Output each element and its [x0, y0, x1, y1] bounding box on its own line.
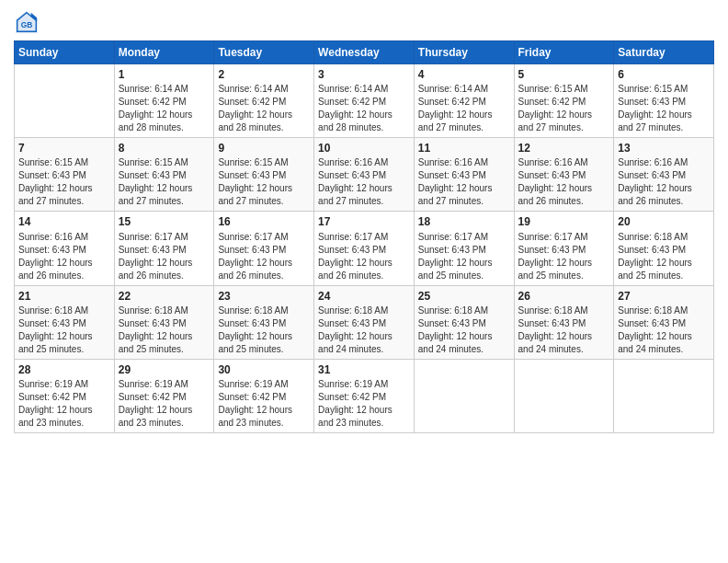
day-number: 23 — [218, 289, 310, 304]
week-row-1: 7Sunrise: 6:15 AM Sunset: 6:43 PM Daylig… — [15, 138, 714, 212]
day-number: 1 — [119, 67, 210, 82]
calendar-cell: 8Sunrise: 6:15 AM Sunset: 6:43 PM Daylig… — [114, 138, 214, 212]
day-info: Sunrise: 6:16 AM Sunset: 6:43 PM Dayligh… — [18, 231, 110, 282]
calendar-cell: 3Sunrise: 6:14 AM Sunset: 6:42 PM Daylig… — [314, 64, 415, 138]
day-number: 14 — [18, 214, 110, 229]
calendar-cell: 10Sunrise: 6:16 AM Sunset: 6:43 PM Dayli… — [314, 138, 415, 212]
header-cell-thursday: Thursday — [414, 41, 514, 64]
day-info: Sunrise: 6:16 AM Sunset: 6:43 PM Dayligh… — [618, 156, 710, 208]
calendar-cell: 24Sunrise: 6:18 AM Sunset: 6:43 PM Dayli… — [314, 285, 415, 359]
calendar-table: SundayMondayTuesdayWednesdayThursdayFrid… — [14, 40, 714, 433]
header-cell-friday: Friday — [514, 41, 614, 64]
week-row-3: 21Sunrise: 6:18 AM Sunset: 6:43 PM Dayli… — [15, 285, 714, 359]
day-info: Sunrise: 6:16 AM Sunset: 6:43 PM Dayligh… — [418, 156, 510, 208]
week-row-4: 28Sunrise: 6:19 AM Sunset: 6:42 PM Dayli… — [15, 359, 714, 432]
day-number: 25 — [418, 289, 510, 304]
day-number: 24 — [318, 289, 410, 304]
calendar-cell: 28Sunrise: 6:19 AM Sunset: 6:42 PM Dayli… — [15, 359, 115, 432]
day-number: 30 — [218, 362, 310, 377]
header-row: SundayMondayTuesdayWednesdayThursdayFrid… — [15, 41, 714, 64]
day-number: 15 — [119, 214, 210, 229]
calendar-cell: 21Sunrise: 6:18 AM Sunset: 6:43 PM Dayli… — [15, 285, 115, 359]
day-number: 26 — [518, 289, 610, 304]
calendar-cell: 6Sunrise: 6:15 AM Sunset: 6:43 PM Daylig… — [614, 64, 714, 138]
calendar-cell: 14Sunrise: 6:16 AM Sunset: 6:43 PM Dayli… — [15, 212, 115, 285]
day-info: Sunrise: 6:14 AM Sunset: 6:42 PM Dayligh… — [119, 83, 210, 134]
day-number: 11 — [418, 141, 510, 155]
calendar-cell: 4Sunrise: 6:14 AM Sunset: 6:42 PM Daylig… — [414, 64, 514, 138]
week-row-0: 1Sunrise: 6:14 AM Sunset: 6:42 PM Daylig… — [15, 64, 714, 138]
calendar-cell: 26Sunrise: 6:18 AM Sunset: 6:43 PM Dayli… — [514, 285, 614, 359]
day-info: Sunrise: 6:15 AM Sunset: 6:43 PM Dayligh… — [18, 156, 110, 208]
day-number: 18 — [418, 214, 510, 229]
calendar-cell: 30Sunrise: 6:19 AM Sunset: 6:42 PM Dayli… — [214, 359, 314, 432]
calendar-cell: 9Sunrise: 6:15 AM Sunset: 6:43 PM Daylig… — [214, 138, 314, 212]
calendar-cell: 17Sunrise: 6:17 AM Sunset: 6:43 PM Dayli… — [314, 212, 415, 285]
day-number: 28 — [18, 362, 110, 377]
day-number: 8 — [119, 141, 210, 155]
day-info: Sunrise: 6:18 AM Sunset: 6:43 PM Dayligh… — [218, 304, 310, 356]
page: GB SundayMondayTuesdayWednesdayThursdayF… — [0, 0, 728, 563]
calendar-cell — [614, 359, 714, 432]
day-info: Sunrise: 6:14 AM Sunset: 6:42 PM Dayligh… — [318, 83, 410, 134]
logo-icon: GB — [14, 9, 40, 35]
calendar-cell: 29Sunrise: 6:19 AM Sunset: 6:42 PM Dayli… — [114, 359, 214, 432]
day-info: Sunrise: 6:17 AM Sunset: 6:43 PM Dayligh… — [518, 231, 610, 282]
day-number: 6 — [618, 67, 710, 82]
calendar-cell: 20Sunrise: 6:18 AM Sunset: 6:43 PM Dayli… — [614, 212, 714, 285]
header-cell-sunday: Sunday — [15, 41, 115, 64]
day-info: Sunrise: 6:18 AM Sunset: 6:43 PM Dayligh… — [119, 304, 210, 356]
day-info: Sunrise: 6:15 AM Sunset: 6:43 PM Dayligh… — [119, 156, 210, 208]
day-number: 21 — [18, 289, 110, 304]
day-number: 5 — [518, 67, 610, 82]
day-number: 22 — [119, 289, 210, 304]
day-info: Sunrise: 6:18 AM Sunset: 6:43 PM Dayligh… — [18, 304, 110, 356]
day-number: 4 — [418, 67, 510, 82]
calendar-cell: 18Sunrise: 6:17 AM Sunset: 6:43 PM Dayli… — [414, 212, 514, 285]
week-row-2: 14Sunrise: 6:16 AM Sunset: 6:43 PM Dayli… — [15, 212, 714, 285]
header-cell-tuesday: Tuesday — [214, 41, 314, 64]
calendar-cell: 5Sunrise: 6:15 AM Sunset: 6:42 PM Daylig… — [514, 64, 614, 138]
day-number: 2 — [218, 67, 310, 82]
calendar-cell: 16Sunrise: 6:17 AM Sunset: 6:43 PM Dayli… — [214, 212, 314, 285]
day-info: Sunrise: 6:15 AM Sunset: 6:42 PM Dayligh… — [518, 83, 610, 134]
calendar-header: SundayMondayTuesdayWednesdayThursdayFrid… — [15, 41, 714, 64]
day-number: 20 — [618, 214, 710, 229]
day-info: Sunrise: 6:14 AM Sunset: 6:42 PM Dayligh… — [418, 83, 510, 134]
day-info: Sunrise: 6:18 AM Sunset: 6:43 PM Dayligh… — [418, 304, 510, 356]
day-info: Sunrise: 6:16 AM Sunset: 6:43 PM Dayligh… — [318, 156, 410, 208]
calendar-cell — [414, 359, 514, 432]
day-info: Sunrise: 6:19 AM Sunset: 6:42 PM Dayligh… — [218, 378, 310, 430]
day-number: 16 — [218, 214, 310, 229]
calendar-cell: 15Sunrise: 6:17 AM Sunset: 6:43 PM Dayli… — [114, 212, 214, 285]
day-info: Sunrise: 6:17 AM Sunset: 6:43 PM Dayligh… — [119, 231, 210, 282]
calendar-cell: 27Sunrise: 6:18 AM Sunset: 6:43 PM Dayli… — [614, 285, 714, 359]
day-info: Sunrise: 6:15 AM Sunset: 6:43 PM Dayligh… — [618, 83, 710, 134]
day-number: 29 — [119, 362, 210, 377]
day-info: Sunrise: 6:19 AM Sunset: 6:42 PM Dayligh… — [18, 378, 110, 430]
day-number: 3 — [318, 67, 410, 82]
day-info: Sunrise: 6:15 AM Sunset: 6:43 PM Dayligh… — [218, 156, 310, 208]
header-cell-saturday: Saturday — [614, 41, 714, 64]
day-info: Sunrise: 6:18 AM Sunset: 6:43 PM Dayligh… — [518, 304, 610, 356]
day-info: Sunrise: 6:18 AM Sunset: 6:43 PM Dayligh… — [618, 231, 710, 282]
calendar-cell — [514, 359, 614, 432]
calendar-cell: 2Sunrise: 6:14 AM Sunset: 6:42 PM Daylig… — [214, 64, 314, 138]
calendar-cell: 19Sunrise: 6:17 AM Sunset: 6:43 PM Dayli… — [514, 212, 614, 285]
day-info: Sunrise: 6:17 AM Sunset: 6:43 PM Dayligh… — [418, 231, 510, 282]
svg-text:GB: GB — [21, 20, 33, 29]
day-info: Sunrise: 6:18 AM Sunset: 6:43 PM Dayligh… — [318, 304, 410, 356]
calendar-cell: 22Sunrise: 6:18 AM Sunset: 6:43 PM Dayli… — [114, 285, 214, 359]
header-cell-wednesday: Wednesday — [314, 41, 415, 64]
day-info: Sunrise: 6:18 AM Sunset: 6:43 PM Dayligh… — [618, 304, 710, 356]
calendar-cell: 31Sunrise: 6:19 AM Sunset: 6:42 PM Dayli… — [314, 359, 415, 432]
header-cell-monday: Monday — [114, 41, 214, 64]
day-number: 27 — [618, 289, 710, 304]
day-number: 10 — [318, 141, 410, 155]
calendar-cell — [15, 64, 115, 138]
day-info: Sunrise: 6:19 AM Sunset: 6:42 PM Dayligh… — [318, 378, 410, 430]
day-number: 31 — [318, 362, 410, 377]
day-info: Sunrise: 6:14 AM Sunset: 6:42 PM Dayligh… — [218, 83, 310, 134]
day-number: 12 — [518, 141, 610, 155]
calendar-body: 1Sunrise: 6:14 AM Sunset: 6:42 PM Daylig… — [15, 64, 714, 433]
